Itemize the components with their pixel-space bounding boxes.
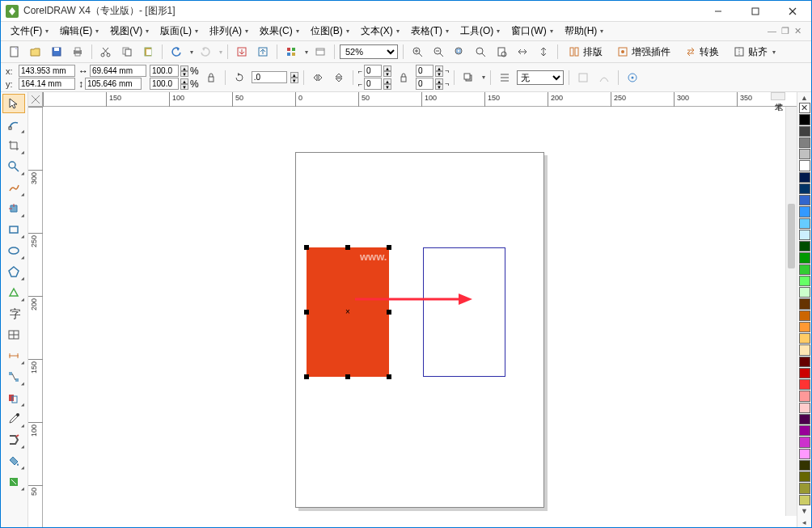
menu-layout[interactable]: 版面(L)▾ [155, 23, 203, 40]
to-front-button[interactable] [459, 69, 477, 87]
interactive-fill-tool[interactable]: ◢ [2, 472, 25, 492]
corner-lock-button[interactable] [395, 69, 412, 87]
color-swatch[interactable] [799, 344, 810, 355]
minimize-button[interactable] [700, 1, 737, 22]
redo-dropdown[interactable]: ▾ [219, 49, 222, 56]
height-input[interactable] [85, 78, 142, 90]
color-swatch[interactable] [799, 241, 810, 251]
corner-tl-input[interactable] [364, 65, 382, 77]
plugin-button[interactable]: 增强插件 [611, 43, 676, 61]
spin-up[interactable]: ▲ [290, 72, 298, 78]
palette-flyout[interactable]: ◂ [798, 517, 811, 527]
app-launcher-dropdown[interactable]: ▾ [305, 49, 308, 56]
color-swatch[interactable] [799, 103, 810, 113]
mirror-v-button[interactable] [330, 69, 348, 87]
rotation-input[interactable] [252, 71, 287, 83]
undo-dropdown[interactable]: ▾ [190, 49, 193, 56]
import-button[interactable] [233, 43, 251, 61]
corner-tr-input[interactable] [416, 65, 433, 77]
zoom-page-button[interactable] [493, 43, 510, 61]
color-swatch[interactable] [799, 287, 810, 298]
interactive-tool[interactable]: ◢ [2, 388, 25, 408]
spin-up[interactable]: ▲ [180, 78, 188, 84]
save-button[interactable] [48, 43, 66, 61]
width-input[interactable] [90, 65, 146, 77]
spin-down[interactable]: ▼ [180, 71, 188, 77]
mdi-minimize-icon[interactable]: — [768, 26, 776, 36]
color-swatch[interactable] [799, 460, 810, 471]
pick-tool[interactable] [2, 94, 25, 113]
rectangle-tool[interactable]: ◢ [2, 220, 25, 239]
shape-tool[interactable]: ◢ [2, 115, 25, 134]
corner-br-input[interactable] [416, 78, 433, 90]
lock-ratio-button[interactable] [202, 69, 220, 87]
print-button[interactable] [69, 43, 87, 61]
wrap-text-button[interactable] [574, 69, 592, 87]
zoom-height-button[interactable] [535, 43, 552, 61]
color-swatch[interactable] [799, 333, 810, 344]
color-swatch[interactable] [799, 449, 810, 459]
canvas-viewport[interactable]: × www. [43, 107, 797, 527]
menu-table[interactable]: 表格(T)▾ [406, 23, 454, 40]
freehand-tool[interactable]: ◢ [2, 178, 25, 197]
color-swatch[interactable] [799, 172, 810, 183]
menu-arrange[interactable]: 排列(A)▾ [205, 23, 253, 40]
eyedropper-tool[interactable]: ◢ [2, 409, 25, 429]
color-swatch[interactable] [799, 471, 810, 482]
zoom-select[interactable]: 52% [340, 44, 398, 59]
color-swatch[interactable] [799, 298, 810, 309]
color-swatch[interactable] [799, 252, 810, 263]
ellipse-tool[interactable]: ◢ [2, 241, 25, 260]
color-swatch[interactable] [799, 126, 810, 137]
color-swatch[interactable] [799, 160, 810, 171]
copy-button[interactable] [118, 43, 136, 61]
outline-width-select[interactable]: 无 [517, 70, 564, 85]
color-swatch[interactable] [799, 437, 810, 447]
scrollbar-vertical[interactable] [785, 107, 797, 516]
ruler-horizontal[interactable]: 15010050050100150200250300350 [43, 92, 797, 107]
color-swatch[interactable] [799, 114, 810, 125]
export-button[interactable] [254, 43, 272, 61]
color-swatch[interactable] [799, 137, 810, 148]
options-button[interactable] [624, 69, 641, 87]
outline-rectangle[interactable] [423, 247, 505, 377]
paste-button[interactable] [139, 43, 157, 61]
color-swatch[interactable] [799, 391, 810, 401]
text-tool[interactable]: 字 [2, 304, 25, 323]
color-swatch[interactable] [799, 149, 810, 159]
pos-x-input[interactable] [19, 65, 75, 77]
palette-scroll-down[interactable]: ▼ [798, 506, 811, 517]
ruler-origin[interactable] [28, 92, 43, 107]
scale-y-input[interactable] [150, 78, 179, 90]
zoom-selection-button[interactable] [450, 43, 468, 61]
close-button[interactable] [774, 1, 811, 22]
outline-tool[interactable]: ◢ [2, 430, 25, 450]
color-swatch[interactable] [799, 184, 810, 194]
color-swatch[interactable] [799, 483, 810, 493]
docker-tab[interactable]: 笔术 [771, 92, 785, 100]
zoom-tool[interactable]: ◢ [2, 157, 25, 176]
new-button[interactable] [6, 43, 23, 61]
mdi-restore-icon[interactable]: ❐ [781, 26, 789, 36]
menu-view[interactable]: 视图(V)▾ [105, 23, 154, 40]
polygon-tool[interactable]: ◢ [2, 262, 25, 281]
color-swatch[interactable] [799, 357, 810, 367]
color-swatch[interactable] [799, 379, 810, 390]
convert-button[interactable]: 转换 [679, 43, 725, 61]
menu-text[interactable]: 文本(X)▾ [356, 23, 404, 40]
smart-fill-tool[interactable]: ◢ [2, 199, 25, 218]
color-swatch[interactable] [799, 206, 810, 217]
menu-help[interactable]: 帮助(H)▾ [560, 23, 609, 40]
open-button[interactable] [27, 43, 44, 61]
snap-button[interactable]: 贴齐▾ [728, 43, 781, 61]
zoom-out-button[interactable] [429, 43, 447, 61]
spin-down[interactable]: ▼ [180, 84, 188, 90]
zoom-all-button[interactable] [472, 43, 489, 61]
color-swatch[interactable] [799, 322, 810, 332]
ruler-vertical[interactable]: 30025020015010050 [28, 107, 43, 527]
menu-bitmaps[interactable]: 位图(B)▾ [306, 23, 354, 40]
crop-tool[interactable]: ◢ [2, 136, 25, 155]
color-swatch[interactable] [799, 195, 810, 205]
redo-button[interactable] [197, 43, 214, 61]
color-swatch[interactable] [799, 425, 810, 436]
